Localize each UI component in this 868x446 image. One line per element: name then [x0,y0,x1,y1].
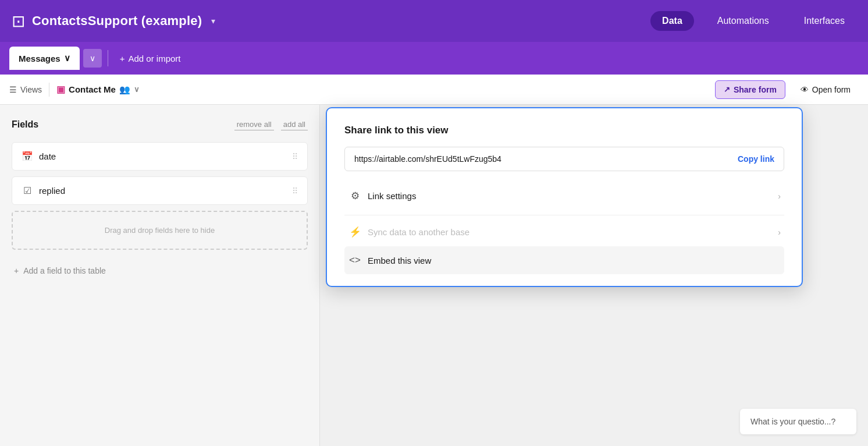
form-view-icon: ▣ [56,84,65,95]
app-logo: ⊡ ContactsSupport (example) ▾ [12,12,215,31]
link-settings-label: Link settings [368,191,772,201]
share-url: https://airtable.com/shrEUd5tLwFzug5b4 [354,154,732,164]
copy-link-button[interactable]: Copy link [738,154,774,164]
sync-data-row: ⚡ Sync data to another base › [344,218,784,246]
plus-icon: + [120,54,125,63]
embed-label: Embed this view [368,256,781,266]
chevron-down-icon: ∨ [90,54,95,63]
popup-title: Share link to this view [344,125,784,136]
link-settings-chevron-icon: › [778,192,781,201]
toolbar-divider [49,83,49,97]
tab-divider [108,50,108,66]
collaborators-icon: 👥 [119,84,130,95]
nav-interfaces-button[interactable]: Interfaces [792,11,856,31]
tab-collapse-button[interactable]: ∨ [83,49,102,68]
nav-data-button[interactable]: Data [650,11,694,31]
toolbar: ☰ Views ▣ Contact Me 👥 ∨ ↗ Share form 👁 … [0,75,868,105]
open-form-label: Open form [812,85,851,94]
eye-icon: 👁 [801,85,809,94]
popup-overlay: Share link to this view https://airtable… [0,105,868,446]
sync-icon: ⚡ [348,226,362,238]
gear-icon: ⚙ [348,190,362,202]
messages-tab-label: Messages [19,54,61,63]
messages-tab[interactable]: Messages ∨ [9,47,80,70]
share-icon: ↗ [724,85,730,94]
popup-divider [344,215,784,215]
sync-data-label: Sync data to another base [368,227,772,237]
view-name-label: Contact Me [69,84,116,94]
add-import-label: Add or import [128,54,180,63]
sync-chevron-icon: › [778,228,781,237]
embed-view-row[interactable]: <> Embed this view [344,246,784,274]
embed-icon: <> [348,254,362,266]
open-form-button[interactable]: 👁 Open form [792,81,859,98]
share-popup: Share link to this view https://airtable… [326,107,803,287]
top-nav: ⊡ ContactsSupport (example) ▾ Data Autom… [0,0,868,42]
share-form-label: Share form [734,85,777,94]
view-chevron-icon: ∨ [134,85,140,94]
views-button[interactable]: ☰ Views [9,85,42,94]
nav-automations-button[interactable]: Automations [706,11,781,31]
tab-bar: Messages ∨ ∨ + Add or import [0,42,868,75]
hamburger-icon: ☰ [9,85,17,94]
messages-tab-chevron-icon: ∨ [64,53,70,63]
url-row: https://airtable.com/shrEUd5tLwFzug5b4 C… [344,147,784,171]
app-chevron-icon[interactable]: ▾ [211,16,215,26]
main-area: Fields remove all add all 📅 date ⠿ ☑ rep… [0,105,868,446]
views-label: Views [20,85,42,94]
share-form-button[interactable]: ↗ Share form [715,80,785,99]
app-logo-icon: ⊡ [12,12,25,31]
app-title: ContactsSupport (example) [32,13,202,29]
view-name-button[interactable]: ▣ Contact Me 👥 ∨ [56,84,140,95]
add-import-button[interactable]: + Add or import [114,50,187,67]
link-settings-row[interactable]: ⚙ Link settings › [344,182,784,210]
